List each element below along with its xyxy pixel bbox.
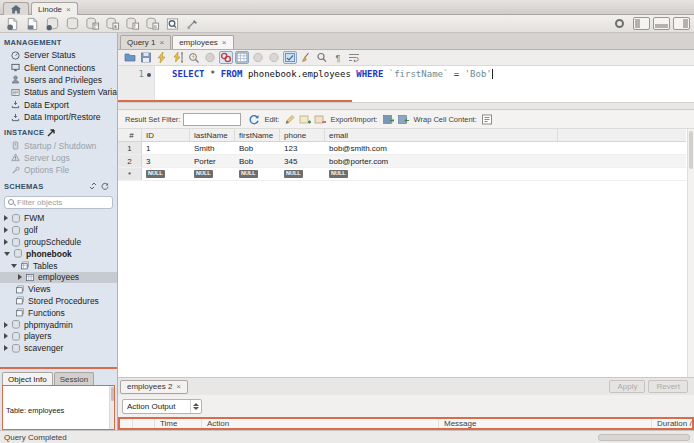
revert-button[interactable]: Revert — [648, 380, 688, 393]
beautify-sql-icon[interactable] — [299, 51, 313, 64]
sidebar-item-users-privileges[interactable]: Users and Privileges — [0, 74, 117, 86]
grid-header-phone[interactable]: phone — [280, 129, 325, 141]
schema-node-groupschedule[interactable]: groupSchedule — [0, 236, 117, 248]
cell-lastname[interactable]: Smith — [190, 142, 235, 154]
tab-result-employees-2[interactable]: employees 2 × — [120, 380, 188, 394]
schema-node-players[interactable]: players — [0, 330, 117, 342]
search-table-data-icon[interactable] — [164, 16, 181, 31]
apply-button[interactable]: Apply — [609, 380, 645, 393]
new-function-icon[interactable]: f — [124, 16, 141, 31]
open-sql-script-icon[interactable] — [24, 16, 41, 31]
export-results-icon[interactable] — [382, 113, 395, 125]
select-stepper-icon[interactable] — [190, 400, 201, 413]
object-info-scrollbar[interactable] — [109, 386, 114, 429]
tab-close-icon[interactable]: × — [159, 38, 164, 47]
find-icon[interactable] — [315, 51, 329, 64]
null-badge[interactable]: NULL — [239, 170, 258, 178]
tree-node-views[interactable]: Views — [0, 283, 117, 295]
cell-email[interactable]: bob@porter.com — [325, 155, 558, 167]
sidebar-item-status-system-variables[interactable]: Status and System Variables — [0, 86, 117, 98]
delete-row-icon[interactable] — [313, 113, 326, 125]
commit-icon[interactable] — [251, 51, 265, 64]
grid-header-rownum[interactable]: # — [118, 129, 142, 141]
home-tab[interactable] — [3, 2, 29, 15]
toggle-left-sidebar-button[interactable] — [633, 17, 650, 30]
tree-node-employees[interactable]: employees — [0, 272, 117, 284]
output-type-select[interactable]: Action Output — [122, 399, 202, 414]
wrap-cell-content-icon[interactable] — [481, 113, 494, 125]
null-badge[interactable]: NULL — [284, 170, 303, 178]
stop-query-icon[interactable] — [203, 51, 217, 64]
null-badge[interactable]: NULL — [329, 170, 348, 178]
sql-code-line[interactable]: SELECT * FROM phonebook.employees WHERE … — [172, 69, 493, 79]
sidebar-item-server-logs[interactable]: Server Logs — [0, 152, 117, 164]
expand-icon[interactable] — [4, 215, 8, 221]
sidebar-item-startup-shutdown[interactable]: Startup / Shutdown — [0, 139, 117, 151]
toggle-autocommit-icon[interactable] — [283, 51, 297, 64]
reconnect-server-icon[interactable] — [184, 16, 201, 31]
new-view-icon[interactable] — [84, 16, 101, 31]
collapse-icon[interactable] — [4, 252, 10, 256]
cell-lastname[interactable]: Porter — [190, 155, 235, 167]
import-records-icon[interactable] — [397, 113, 410, 125]
editor-result-splitter[interactable] — [118, 102, 694, 110]
tab-query-1[interactable]: Query 1 × — [120, 35, 171, 49]
schema-node-fwm[interactable]: FWM — [0, 213, 117, 225]
explain-plan-icon[interactable] — [187, 51, 201, 64]
expand-icon[interactable] — [4, 239, 8, 245]
sidebar-item-data-import-restore[interactable]: Data Import/Restore — [0, 111, 117, 123]
limit-rows-icon[interactable] — [235, 51, 249, 64]
cell-phone[interactable]: 123 — [280, 142, 325, 154]
execute-query-icon[interactable] — [155, 51, 169, 64]
cell-phone[interactable]: 345 — [280, 155, 325, 167]
tab-object-info[interactable]: Object Info — [2, 372, 53, 385]
refresh-schemas-icon[interactable] — [101, 182, 109, 190]
new-table-icon[interactable] — [64, 16, 81, 31]
output-col-action[interactable]: Action — [202, 419, 439, 428]
new-sql-tab-icon[interactable] — [4, 16, 21, 31]
toggle-bottom-panel-button[interactable] — [653, 17, 670, 30]
toggle-stop-on-error-icon[interactable] — [219, 51, 233, 64]
collapse-all-icon[interactable] — [89, 182, 97, 190]
grid-new-row[interactable]: * NULL NULL NULL NULL NULL — [118, 168, 686, 181]
grid-row-2[interactable]: 2 3 Porter Bob 345 bob@porter.com — [118, 155, 686, 168]
null-badge[interactable]: NULL — [194, 170, 213, 178]
expand-icon[interactable] — [4, 333, 8, 339]
horizontal-scrollbar-thumb[interactable] — [598, 434, 690, 441]
grid-header-id[interactable]: ID — [142, 129, 190, 141]
schema-node-scavenger[interactable]: scavenger — [0, 342, 117, 354]
tree-node-functions[interactable]: Functions — [0, 307, 117, 319]
tree-node-stored-procedures[interactable]: Stored Procedures — [0, 295, 117, 307]
tab-session[interactable]: Session — [54, 372, 94, 385]
tree-node-tables[interactable]: Tables — [0, 260, 117, 272]
sql-editor[interactable]: 1 SELECT * FROM phonebook.employees WHER… — [118, 66, 694, 100]
expand-icon[interactable] — [4, 227, 8, 233]
result-grid-scrollbar[interactable] — [687, 129, 694, 377]
cell-firstname[interactable]: Bob — [235, 155, 280, 167]
tab-employees[interactable]: employees × — [172, 35, 233, 49]
rollback-icon[interactable] — [267, 51, 281, 64]
result-set-filter-input[interactable] — [183, 113, 241, 126]
output-col-time[interactable]: Time — [155, 419, 202, 428]
schema-node-phonebook[interactable]: phonebook — [0, 248, 117, 260]
grid-header-lastname[interactable]: lastName — [190, 129, 235, 141]
open-file-icon[interactable] — [123, 51, 137, 64]
tab-close-icon[interactable]: × — [222, 38, 227, 47]
new-user-icon[interactable]: u — [144, 16, 161, 31]
connection-tab[interactable]: Linode × — [31, 2, 78, 15]
expand-icon[interactable] — [18, 274, 22, 280]
new-procedure-icon[interactable]: a — [104, 16, 121, 31]
execute-current-statement-icon[interactable] — [171, 51, 185, 64]
grid-header-email[interactable]: email — [325, 129, 558, 141]
cell-id[interactable]: 1 — [142, 142, 190, 154]
grid-row-1[interactable]: 1 1 Smith Bob 123 bob@smith.com — [118, 142, 686, 155]
null-badge[interactable]: NULL — [146, 170, 165, 178]
schema-node-golf[interactable]: golf — [0, 224, 117, 236]
new-schema-icon[interactable] — [44, 16, 61, 31]
edit-record-icon[interactable] — [283, 113, 296, 125]
add-row-icon[interactable] — [298, 113, 311, 125]
expand-icon[interactable] — [4, 345, 8, 351]
cell-email[interactable]: bob@smith.com — [325, 142, 558, 154]
collapse-icon[interactable] — [11, 264, 17, 268]
output-col-duration[interactable]: Duration / Fetch — [652, 419, 692, 428]
